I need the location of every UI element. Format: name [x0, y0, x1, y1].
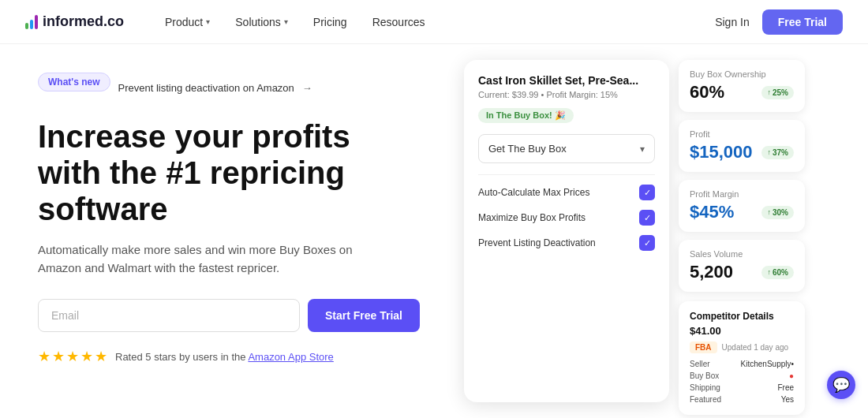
product-chevron-icon: ▾ — [206, 17, 210, 26]
fba-tag: FBA — [690, 341, 717, 353]
stat-badge-0: ↑25% — [761, 86, 794, 99]
nav-links: Product ▾ Solutions ▾ Pricing Resources — [155, 9, 715, 35]
table-row: Shipping Free — [690, 382, 794, 394]
updated-text: Updated 1 day ago — [722, 343, 789, 352]
stat-profit: Profit $15,000 ↑37% — [679, 120, 805, 172]
table-row: Buy Box ● — [690, 370, 794, 382]
star-5: ★ — [95, 348, 107, 365]
checkbox-label-1: Auto-Calculate Max Prices — [478, 187, 589, 198]
nav-pricing[interactable]: Pricing — [304, 9, 357, 35]
stat-label-1: Profit — [690, 129, 794, 139]
competitor-table: Seller KitchenSupply• Buy Box ● Shipping… — [690, 358, 794, 405]
logo-icon — [25, 15, 38, 29]
stat-buy-box: Buy Box Ownership 60% ↑25% — [679, 60, 805, 112]
nav-resources[interactable]: Resources — [363, 9, 435, 35]
right-section: Cast Iron Skillet Set, Pre-Sea... Curren… — [458, 44, 868, 418]
stat-label-0: Buy Box Ownership — [690, 69, 794, 79]
sign-in-button[interactable]: Sign In — [715, 16, 750, 28]
stat-label-3: Sales Volume — [690, 249, 794, 259]
dropdown-label: Get The Buy Box — [488, 143, 567, 155]
rating-text: Rated 5 stars by users in the Amazon App… — [115, 351, 334, 363]
free-trial-button[interactable]: Free Trial — [762, 9, 843, 35]
chat-bubble-button[interactable]: 💬 — [827, 371, 855, 399]
whats-new-badge[interactable]: What's new — [38, 73, 110, 91]
divider-1 — [478, 174, 655, 175]
logo-bar-2 — [30, 20, 33, 29]
stat-value-3: 5,200 — [690, 262, 733, 282]
checkbox-row-2: Maximize Buy Box Profits ✓ — [478, 210, 655, 226]
checkbox-label-2: Maximize Buy Box Profits — [478, 212, 586, 223]
main-content: What's new Prevent listing deactivation … — [0, 44, 868, 418]
logo[interactable]: informed.co — [25, 13, 124, 30]
product-title: Cast Iron Skillet Set, Pre-Sea... — [478, 74, 655, 87]
star-2: ★ — [52, 348, 65, 365]
competitor-card: Competitor Details $41.00 FBA Updated 1 … — [679, 301, 805, 415]
table-row: Featured Yes — [690, 394, 794, 405]
stat-margin: Profit Margin $45% ↑30% — [679, 180, 805, 232]
star-1: ★ — [38, 348, 51, 365]
stat-badge-2: ↑30% — [761, 206, 794, 219]
checkbox-3[interactable]: ✓ — [639, 235, 655, 251]
whats-new-row: What's new Prevent listing deactivation … — [38, 73, 420, 103]
competitor-header: Competitor Details — [690, 311, 794, 322]
stats-panel: Buy Box Ownership 60% ↑25% Profit $15,00… — [679, 60, 805, 402]
product-meta: Current: $39.99 • Profit Margin: 15% — [478, 90, 655, 99]
competitor-price: $41.00 — [690, 325, 794, 337]
announcement-arrow: → — [302, 82, 312, 94]
brand-name: informed.co — [43, 13, 124, 30]
checkbox-label-3: Prevent Listing Deactivation — [478, 237, 596, 248]
announcement-text: Prevent listing deactivation on Amazon — [118, 82, 294, 94]
nav-solutions[interactable]: Solutions ▾ — [226, 9, 297, 35]
stat-sales: Sales Volume 5,200 ↑60% — [679, 240, 805, 292]
stat-value-1: $15,000 — [690, 142, 753, 162]
buy-box-badge: In The Buy Box! 🎉 — [478, 108, 574, 123]
strategy-dropdown[interactable]: Get The Buy Box ▾ — [478, 134, 655, 163]
hero-section: What's new Prevent listing deactivation … — [0, 44, 458, 418]
logo-bar-3 — [35, 15, 38, 29]
start-free-trial-button[interactable]: Start Free Trial — [308, 299, 420, 332]
stat-value-0: 60% — [690, 82, 724, 103]
nav-product[interactable]: Product ▾ — [155, 9, 219, 35]
hero-title: Increase your profits with the #1 repric… — [38, 118, 420, 227]
checkbox-row-3: Prevent Listing Deactivation ✓ — [478, 235, 655, 251]
nav-actions: Sign In Free Trial — [715, 9, 843, 35]
competitor-tags: FBA Updated 1 day ago — [690, 341, 794, 353]
stat-badge-3: ↑60% — [761, 266, 794, 279]
star-rating: ★ ★ ★ ★ ★ — [38, 348, 107, 365]
table-row: Seller KitchenSupply• — [690, 358, 794, 370]
star-3: ★ — [66, 348, 79, 365]
checkbox-1[interactable]: ✓ — [639, 185, 655, 200]
checkbox-row-1: Auto-Calculate Max Prices ✓ — [478, 185, 655, 200]
stat-label-2: Profit Margin — [690, 189, 794, 199]
product-card: Cast Iron Skillet Set, Pre-Sea... Curren… — [464, 60, 669, 402]
email-cta-row: Start Free Trial — [38, 299, 420, 332]
logo-bar-1 — [25, 23, 28, 29]
rating-row: ★ ★ ★ ★ ★ Rated 5 stars by users in the … — [38, 348, 420, 365]
dropdown-chevron-icon: ▾ — [640, 144, 645, 155]
navbar: informed.co Product ▾ Solutions ▾ Pricin… — [0, 0, 868, 44]
chat-icon: 💬 — [832, 376, 850, 394]
app-store-link[interactable]: Amazon App Store — [248, 351, 333, 363]
star-4: ★ — [80, 348, 93, 365]
stat-badge-1: ↑37% — [761, 146, 794, 159]
stat-value-2: $45% — [690, 202, 734, 222]
email-input[interactable] — [38, 299, 300, 332]
solutions-chevron-icon: ▾ — [284, 17, 288, 26]
checkbox-2[interactable]: ✓ — [639, 210, 655, 226]
hero-subtitle: Automatically make more sales and win mo… — [38, 241, 369, 277]
